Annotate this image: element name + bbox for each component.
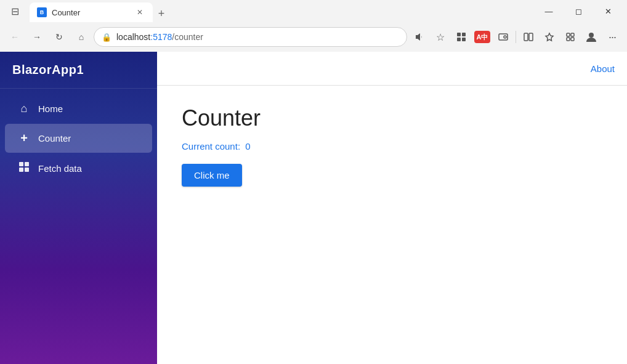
new-tab-button[interactable]: + xyxy=(153,5,170,22)
svg-rect-7 xyxy=(529,33,533,41)
read-aloud-icon[interactable] xyxy=(410,27,429,47)
back-button[interactable]: ← xyxy=(5,27,25,47)
minimize-button[interactable]: — xyxy=(535,1,563,21)
favorites-bar-icon[interactable] xyxy=(540,27,559,47)
home-button[interactable]: ⌂ xyxy=(71,27,91,47)
svg-rect-16 xyxy=(19,168,23,172)
sidebar-item-fetch-data-label: Fetch data xyxy=(38,163,82,174)
svg-rect-3 xyxy=(462,38,466,41)
svg-rect-12 xyxy=(571,38,574,41)
sidebar-item-home[interactable]: ⌂ Home xyxy=(5,95,152,123)
svg-rect-14 xyxy=(19,162,23,166)
svg-rect-6 xyxy=(524,33,528,41)
svg-rect-11 xyxy=(567,38,570,41)
settings-menu-icon[interactable]: ··· xyxy=(602,27,622,47)
svg-rect-0 xyxy=(457,33,461,36)
address-input-wrap[interactable]: 🔒 localhost:5178/counter xyxy=(94,27,407,47)
sidebar: BlazorApp1 ⌂ Home + Counter xyxy=(0,52,157,364)
svg-rect-9 xyxy=(567,33,570,36)
tab-favicon: B xyxy=(37,7,47,17)
svg-rect-10 xyxy=(571,33,574,36)
sidebar-toggle-icon[interactable]: ⊟ xyxy=(5,1,25,21)
profile-icon[interactable] xyxy=(581,27,601,47)
svg-rect-15 xyxy=(25,162,29,166)
top-nav: About xyxy=(157,52,627,86)
about-link[interactable]: About xyxy=(591,63,615,74)
tab-title: Counter xyxy=(52,8,80,17)
wallet-icon[interactable] xyxy=(493,27,513,47)
svg-marker-8 xyxy=(546,33,553,41)
sidebar-item-home-label: Home xyxy=(38,103,63,114)
browser-chrome: ⊟ B Counter ✕ + — ◻ ✕ ← → xyxy=(0,0,627,52)
nav-items: ⌂ Home + Counter Fetch data xyxy=(0,89,157,364)
current-count-label: Current count: xyxy=(182,141,240,152)
active-tab[interactable]: B Counter ✕ xyxy=(30,2,153,22)
sidebar-item-counter[interactable]: + Counter xyxy=(5,124,152,153)
page-body: Counter Current count: 0 Click me xyxy=(157,86,627,364)
window-controls-right: — ◻ ✕ xyxy=(535,1,622,21)
svg-rect-2 xyxy=(457,38,461,41)
svg-point-5 xyxy=(504,36,506,38)
close-button[interactable]: ✕ xyxy=(594,1,622,21)
page-title: Counter xyxy=(182,105,602,131)
current-count-text: Current count: 0 xyxy=(182,141,602,152)
security-lock-icon: 🔒 xyxy=(102,33,111,42)
counter-icon: + xyxy=(17,131,31,145)
toolbar-icons: ☆ A中 ··· xyxy=(410,27,622,47)
address-bar: ← → ↻ ⌂ 🔒 localhost:5178/counter ☆ A中 xyxy=(0,22,627,52)
toolbar-divider xyxy=(516,31,516,43)
svg-point-13 xyxy=(589,33,594,38)
maximize-button[interactable]: ◻ xyxy=(564,1,593,21)
forward-button[interactable]: → xyxy=(27,27,47,47)
refresh-button[interactable]: ↻ xyxy=(49,27,69,47)
current-count-value: 0 xyxy=(245,141,250,152)
sidebar-item-fetch-data[interactable]: Fetch data xyxy=(5,154,152,183)
main-content: About Counter Current count: 0 Click me xyxy=(157,52,627,364)
svg-rect-17 xyxy=(25,168,29,172)
svg-rect-1 xyxy=(462,33,466,36)
window-controls-left: ⊟ xyxy=(5,1,25,21)
browser-extension-icon[interactable] xyxy=(451,27,471,47)
click-me-button[interactable]: Click me xyxy=(182,164,242,187)
favorites-icon[interactable]: ☆ xyxy=(431,27,450,47)
tab-close-button[interactable]: ✕ xyxy=(134,7,145,18)
app-container: BlazorApp1 ⌂ Home + Counter xyxy=(0,52,627,364)
fetch-data-icon xyxy=(17,161,31,176)
split-screen-icon[interactable] xyxy=(519,27,538,47)
sidebar-brand: BlazorApp1 xyxy=(0,52,157,89)
tab-bar: B Counter ✕ + xyxy=(30,0,535,22)
collections-icon[interactable] xyxy=(560,27,580,47)
csdn-icon[interactable]: A中 xyxy=(472,27,492,47)
address-text: localhost:5178/counter xyxy=(116,32,399,42)
sidebar-item-counter-label: Counter xyxy=(38,133,71,144)
home-icon: ⌂ xyxy=(17,102,31,115)
title-bar: ⊟ B Counter ✕ + — ◻ ✕ xyxy=(0,0,627,22)
